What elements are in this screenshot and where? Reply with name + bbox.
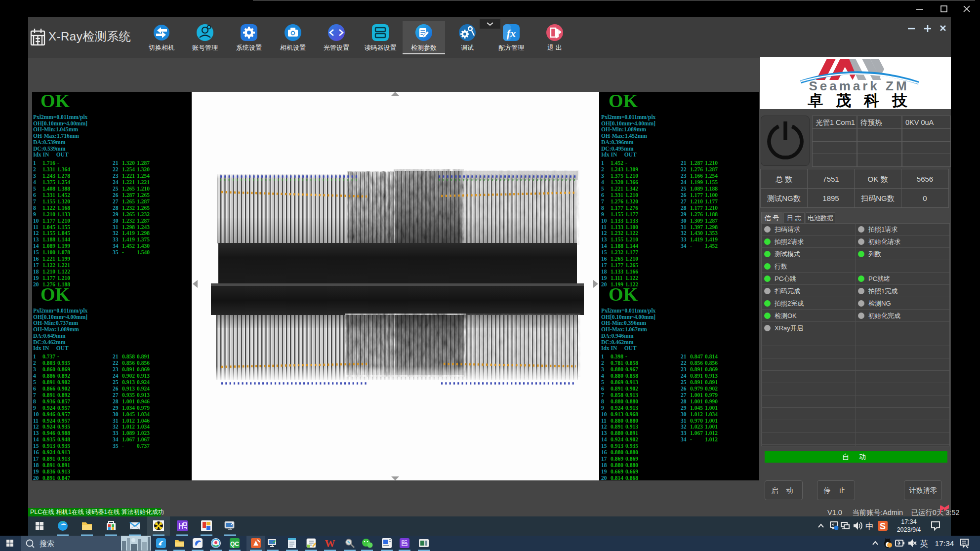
svg-text:17:34: 17:34 [901,518,916,525]
svg-text:英: 英 [920,539,929,549]
svg-text:W: W [325,538,335,550]
svg-text:QC: QC [230,541,239,548]
svg-text:中: 中 [865,522,874,531]
svg-text:S: S [880,521,886,531]
svg-text:17:34: 17:34 [935,539,954,548]
svg-text:2023/9/4: 2023/9/4 [897,526,921,533]
svg-text:搜索: 搜索 [40,539,54,548]
